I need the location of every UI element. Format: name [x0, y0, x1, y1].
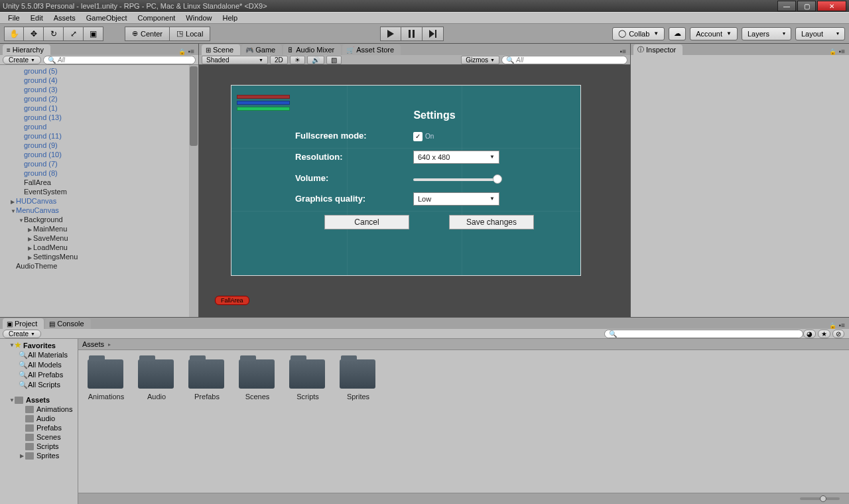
scene-fx-toggle[interactable]: ▧: [326, 56, 342, 64]
lock-icon[interactable]: 🔒: [178, 48, 186, 55]
search-filter-button[interactable]: ◕: [803, 330, 816, 338]
hierarchy-create-dropdown[interactable]: Create▼: [3, 56, 41, 64]
pause-button[interactable]: [401, 27, 423, 41]
cloud-button[interactable]: ☁: [669, 27, 686, 40]
lock-icon[interactable]: 🔒: [829, 322, 836, 329]
hierarchy-item[interactable]: ▶HUDCanvas: [0, 196, 198, 206]
tab-console[interactable]: ▤Console: [45, 318, 90, 329]
project-folder-item[interactable]: Animations: [0, 405, 78, 414]
tab-audio-mixer[interactable]: 🎚Audio Mixer: [283, 44, 341, 55]
hierarchy-item[interactable]: ▶LoadMenu: [0, 243, 198, 252]
hierarchy-item[interactable]: ground (3): [0, 85, 198, 94]
hierarchy-item[interactable]: ground (5): [0, 66, 198, 76]
move-tool-button[interactable]: ✥: [24, 27, 44, 41]
scene-shading-dropdown[interactable]: Shaded▼: [202, 56, 268, 64]
hierarchy-item[interactable]: ground (9): [0, 141, 198, 150]
maximize-button[interactable]: ▢: [797, 1, 816, 11]
tab-scene[interactable]: ⊞Scene: [202, 44, 240, 55]
hierarchy-item[interactable]: ground (13): [0, 113, 198, 122]
favorite-item[interactable]: 🔍All Materials: [0, 350, 78, 360]
tab-project[interactable]: ▣Project: [3, 318, 44, 329]
panel-menu-icon[interactable]: ▪≡: [188, 48, 194, 55]
menu-edit[interactable]: Edit: [25, 14, 48, 22]
breadcrumb[interactable]: Assets▸: [78, 339, 849, 350]
pivot-local-button[interactable]: ◳Local: [170, 27, 210, 41]
hierarchy-item[interactable]: AudioTheme: [0, 261, 198, 271]
graphics-select[interactable]: Low▼: [413, 192, 499, 206]
resolution-select[interactable]: 640 x 480▼: [413, 151, 499, 164]
lock-icon[interactable]: 🔒: [829, 48, 836, 55]
scene-viewport[interactable]: Settings Fullscreen mode: ✓On Resolution…: [199, 65, 630, 317]
play-button[interactable]: [380, 27, 401, 41]
menu-component[interactable]: Component: [132, 14, 180, 22]
asset-folder[interactable]: Animations: [88, 359, 125, 401]
project-folder-item[interactable]: Audio: [0, 414, 78, 423]
asset-folder[interactable]: Scenes: [239, 359, 276, 401]
tab-inspector[interactable]: ⓘInspector: [633, 44, 683, 55]
hierarchy-item[interactable]: ground (1): [0, 103, 198, 113]
favorite-item[interactable]: 🔍All Models: [0, 360, 78, 370]
hierarchy-item[interactable]: ▼MenuCanvas: [0, 206, 198, 215]
hierarchy-item[interactable]: ground (4): [0, 76, 198, 85]
project-search-input[interactable]: 🔍: [604, 330, 803, 338]
hierarchy-search-input[interactable]: 🔍All: [43, 56, 196, 64]
panel-menu-icon[interactable]: ▪≡: [839, 322, 845, 329]
hierarchy-list[interactable]: ground (5)ground (4)ground (3)ground (2)…: [0, 65, 198, 317]
hierarchy-scrollbar[interactable]: [189, 65, 198, 317]
project-folder-item[interactable]: Scripts: [0, 442, 78, 451]
layers-dropdown[interactable]: Layers▾: [742, 27, 791, 40]
menu-assets[interactable]: Assets: [48, 14, 81, 22]
hierarchy-item[interactable]: FallArea: [0, 178, 198, 187]
project-folder-item[interactable]: ▶Sprites: [0, 451, 78, 460]
save-search-button[interactable]: ⊘: [832, 330, 844, 338]
scale-tool-button[interactable]: ⤢: [64, 27, 84, 41]
favorite-item[interactable]: 🔍All Prefabs: [0, 370, 78, 380]
cancel-button[interactable]: Cancel: [324, 215, 409, 229]
assets-header[interactable]: ▼Assets: [0, 395, 78, 405]
pivot-center-button[interactable]: ⊕Center: [125, 27, 170, 41]
menu-window[interactable]: Window: [180, 14, 217, 22]
hierarchy-item[interactable]: ground: [0, 122, 198, 131]
collab-dropdown[interactable]: ◯Collab▼: [612, 27, 665, 40]
hierarchy-item[interactable]: ▶SaveMenu: [0, 233, 198, 243]
hierarchy-item[interactable]: ground (2): [0, 94, 198, 103]
asset-folder[interactable]: Sprites: [340, 359, 377, 401]
panel-menu-icon[interactable]: ▪≡: [620, 48, 626, 55]
tab-hierarchy[interactable]: ≡Hierarchy: [3, 44, 50, 55]
project-folder-item[interactable]: Scenes: [0, 432, 78, 442]
asset-grid[interactable]: AnimationsAudioPrefabsScenesScriptsSprit…: [78, 350, 849, 493]
asset-folder[interactable]: Audio: [138, 359, 175, 401]
tab-asset-store[interactable]: 🛒Asset Store: [342, 44, 401, 55]
scene-search-input[interactable]: 🔍All: [501, 56, 627, 64]
save-button[interactable]: Save changes: [449, 215, 534, 229]
favorites-header[interactable]: ▼★Favorites: [0, 340, 78, 350]
account-dropdown[interactable]: Account▼: [690, 27, 738, 40]
hand-tool-button[interactable]: ✋: [4, 27, 24, 41]
asset-folder[interactable]: Prefabs: [188, 359, 226, 401]
project-folder-item[interactable]: Prefabs: [0, 423, 78, 432]
project-tree[interactable]: ▼★Favorites 🔍All Materials 🔍All Models 🔍…: [0, 339, 78, 504]
minimize-button[interactable]: —: [777, 1, 796, 11]
favorite-item[interactable]: 🔍All Scripts: [0, 380, 78, 390]
close-button[interactable]: ✕: [817, 1, 846, 11]
hierarchy-item[interactable]: ▶MainMenu: [0, 224, 198, 233]
scene-audio-toggle[interactable]: 🔊: [307, 56, 324, 64]
asset-zoom-slider[interactable]: [800, 497, 840, 500]
hierarchy-item[interactable]: ▶SettingsMenu: [0, 252, 198, 261]
tab-game[interactable]: 🎮Game: [241, 44, 282, 55]
fallarea-gizmo[interactable]: FallArea: [215, 296, 249, 305]
step-button[interactable]: [423, 27, 444, 41]
hierarchy-item[interactable]: ground (8): [0, 168, 198, 178]
hierarchy-item[interactable]: ground (10): [0, 150, 198, 159]
rect-tool-button[interactable]: ▣: [84, 27, 103, 41]
scene-lighting-toggle[interactable]: ☀: [290, 56, 305, 64]
panel-menu-icon[interactable]: ▪≡: [839, 48, 845, 55]
favorite-filter-button[interactable]: ★: [818, 330, 830, 338]
hierarchy-item[interactable]: ground (7): [0, 159, 198, 168]
rotate-tool-button[interactable]: ↻: [44, 27, 64, 41]
scene-2d-toggle[interactable]: 2D: [270, 56, 288, 64]
asset-folder[interactable]: Scripts: [289, 359, 326, 401]
hierarchy-item[interactable]: EventSystem: [0, 187, 198, 196]
fullscreen-checkbox[interactable]: ✓: [413, 132, 423, 141]
project-create-dropdown[interactable]: Create▼: [3, 330, 41, 338]
